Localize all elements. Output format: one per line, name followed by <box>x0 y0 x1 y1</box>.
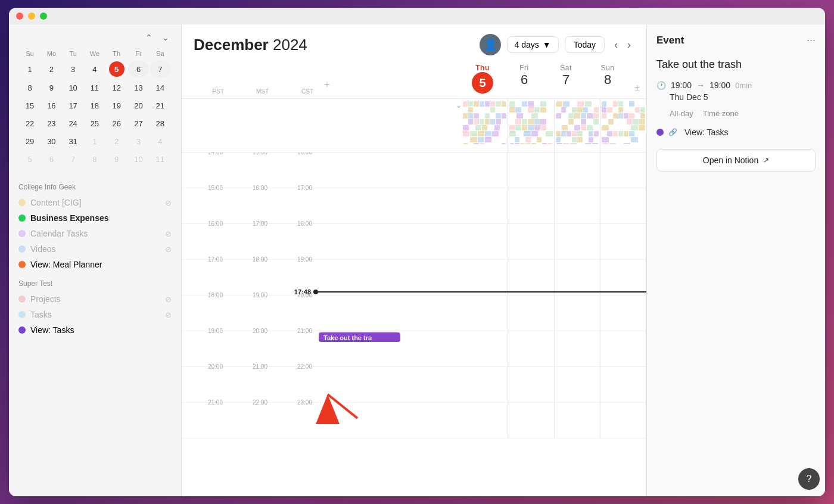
day-col-sun[interactable] <box>600 295 646 331</box>
mini-cal-day[interactable]: 16 <box>41 97 61 114</box>
day-col-sat[interactable] <box>554 188 600 223</box>
close-button[interactable] <box>16 13 23 20</box>
calendar-item-3[interactable]: Videos⊘ <box>14 241 176 257</box>
mini-cal-day[interactable]: 6 <box>128 60 148 78</box>
maximize-button[interactable] <box>40 13 47 20</box>
mini-cal-day[interactable]: 19 <box>106 97 127 114</box>
day-col-fri[interactable] <box>508 153 554 188</box>
calendar-item-0[interactable]: Projects⊘ <box>14 291 176 307</box>
help-button[interactable]: ? <box>798 468 820 490</box>
mini-cal-day[interactable]: 3 <box>63 60 83 78</box>
day-col-sat[interactable] <box>554 260 600 295</box>
day-col-thu[interactable] <box>462 295 508 331</box>
calendar-item-4[interactable]: View: Meal Planner <box>14 257 176 272</box>
nav-next[interactable]: › <box>624 36 634 54</box>
hide-calendar-icon[interactable]: ⊘ <box>165 229 172 238</box>
day-col-fri[interactable] <box>508 331 554 366</box>
mini-cal-day[interactable]: 25 <box>85 115 105 132</box>
mini-cal-day[interactable]: 22 <box>20 115 40 132</box>
hide-calendar-icon[interactable]: ⊘ <box>165 295 172 304</box>
mini-cal-day[interactable]: 10 <box>63 79 83 96</box>
event-calendar-name[interactable]: View: Tasks <box>684 127 728 137</box>
mini-cal-day[interactable]: 29 <box>20 133 40 150</box>
open-notion-button[interactable]: Open in Notion ↗ <box>656 149 816 172</box>
day-col-sun[interactable] <box>600 367 646 402</box>
mini-cal-day[interactable]: 11 <box>150 151 170 167</box>
calendar-item-2[interactable]: Calendar Tasks⊘ <box>14 226 176 241</box>
mini-cal-day[interactable]: 6 <box>41 151 61 167</box>
day-col-fri[interactable] <box>508 367 554 402</box>
day-col-sat[interactable] <box>554 367 600 402</box>
day-col-sun[interactable] <box>600 224 646 259</box>
view-selector[interactable]: 4 days ▼ <box>507 36 559 53</box>
mini-cal-day[interactable]: 4 <box>150 133 170 150</box>
mini-cal-day[interactable]: 5 <box>106 60 127 78</box>
hide-calendar-icon[interactable]: ⊘ <box>165 310 172 319</box>
mini-cal-day[interactable]: 23 <box>41 115 61 132</box>
hide-calendar-icon[interactable]: ⊘ <box>165 245 172 254</box>
today-button[interactable]: Today <box>565 36 605 53</box>
day-col-thu[interactable] <box>462 153 508 188</box>
add-event-plus[interactable]: + <box>318 79 336 95</box>
mini-cal-prev[interactable]: ⌃ <box>143 32 155 43</box>
mini-cal-day[interactable]: 28 <box>150 115 170 132</box>
day-col-thu[interactable] <box>462 331 508 366</box>
mini-cal-day[interactable]: 1 <box>20 60 40 78</box>
day-col-sun[interactable] <box>600 403 646 438</box>
time-grid[interactable]: 14:00 15:00 16:00 15:00 16:00 17:00 16:0… <box>182 153 646 496</box>
day-col-sat[interactable] <box>554 153 600 188</box>
calendar-item-1[interactable]: Tasks⊘ <box>14 307 176 322</box>
mini-cal-day[interactable]: 14 <box>150 79 170 96</box>
day-col-sat[interactable] <box>554 224 600 259</box>
mini-cal-day[interactable]: 20 <box>128 97 148 114</box>
allday-toggle[interactable]: All-day <box>670 109 693 118</box>
mini-cal-day[interactable]: 13 <box>128 79 148 96</box>
day-col-thu[interactable] <box>462 224 508 259</box>
avatar-button[interactable]: 👤 <box>480 34 501 55</box>
minimize-button[interactable] <box>28 13 35 20</box>
day-col-thu[interactable] <box>462 188 508 223</box>
day-col-sun[interactable] <box>600 188 646 223</box>
add-column-plus[interactable]: ± <box>628 61 646 98</box>
day-col-sat[interactable] <box>554 403 600 438</box>
expand-allday[interactable]: ⌄ <box>456 101 462 110</box>
mini-cal-day[interactable]: 3 <box>128 133 148 150</box>
mini-cal-day[interactable]: 10 <box>128 151 148 167</box>
day-col-sun[interactable] <box>600 153 646 188</box>
day-col-fri[interactable] <box>508 295 554 331</box>
mini-cal-day[interactable]: 2 <box>106 133 127 150</box>
day-col-sun[interactable] <box>600 260 646 295</box>
mini-cal-next[interactable]: ⌄ <box>160 32 172 43</box>
mini-cal-day[interactable]: 8 <box>20 79 40 96</box>
mini-cal-day[interactable]: 27 <box>128 115 148 132</box>
mini-cal-day[interactable]: 1 <box>85 133 105 150</box>
hide-calendar-icon[interactable]: ⊘ <box>165 198 172 207</box>
calendar-item-2[interactable]: View: Tasks <box>14 322 176 338</box>
panel-more-icon[interactable]: ··· <box>807 34 816 46</box>
day-col-fri[interactable] <box>508 260 554 295</box>
day-col-sat[interactable] <box>554 331 600 366</box>
mini-cal-day[interactable]: 18 <box>85 97 105 114</box>
mini-cal-day[interactable]: 7 <box>63 151 83 167</box>
mini-cal-day[interactable]: 30 <box>41 133 61 150</box>
mini-cal-day[interactable]: 12 <box>106 79 127 96</box>
day-col-fri[interactable] <box>508 403 554 438</box>
event-take-out-trash[interactable]: Take out the tra <box>319 332 400 342</box>
mini-cal-day[interactable]: 26 <box>106 115 127 132</box>
mini-cal-day[interactable]: 2 <box>41 60 61 78</box>
mini-cal-day[interactable]: 15 <box>20 97 40 114</box>
nav-prev[interactable]: ‹ <box>611 36 621 54</box>
mini-cal-day[interactable]: 8 <box>85 151 105 167</box>
mini-cal-day[interactable]: 21 <box>150 97 170 114</box>
calendar-item-0[interactable]: Content [CIG]⊘ <box>14 195 176 210</box>
mini-cal-day[interactable]: 31 <box>63 133 83 150</box>
day-col-sat[interactable] <box>554 295 600 331</box>
mini-cal-day[interactable]: 9 <box>41 79 61 96</box>
day-col-fri[interactable] <box>508 188 554 223</box>
mini-cal-day[interactable]: 17 <box>63 97 83 114</box>
mini-cal-day[interactable]: 4 <box>85 60 105 78</box>
timezone-toggle[interactable]: Time zone <box>703 109 739 118</box>
day-col-thu[interactable] <box>462 403 508 438</box>
calendar-item-1[interactable]: Business Expenses <box>14 210 176 226</box>
mini-cal-day[interactable]: 24 <box>63 115 83 132</box>
